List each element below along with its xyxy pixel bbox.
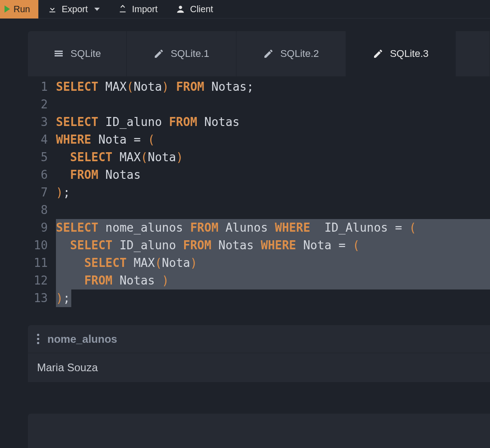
tab-sqlite-3[interactable]: SQLite.3 [346, 31, 456, 76]
tab-label: SQLite.1 [171, 48, 209, 60]
tab-sqlite[interactable]: SQLite [28, 31, 127, 76]
column-header[interactable]: nome_alunos [47, 333, 117, 345]
code-content: SELECT MAX(Nota) [56, 149, 183, 166]
top-toolbar: Run Export Import Client [0, 0, 490, 19]
code-content: ); [56, 184, 70, 201]
play-icon [5, 5, 10, 13]
code-line[interactable]: 8 [28, 201, 490, 219]
code-line[interactable]: 5 SELECT MAX(Nota) [28, 149, 490, 166]
line-number: 6 [28, 166, 56, 184]
main-area: SQLite SQLite.1 SQLite.2 SQLite.3 1SELEC… [0, 19, 490, 448]
line-number: 9 [28, 219, 56, 237]
client-icon [176, 4, 185, 14]
line-number: 3 [28, 113, 56, 131]
code-line[interactable]: 4WHERE Nota = ( [28, 131, 490, 149]
client-label: Client [190, 4, 213, 14]
line-number: 8 [28, 201, 56, 219]
code-content: SELECT ID_aluno FROM Notas [56, 113, 240, 131]
code-content: SELECT nome_alunos FROM Alunos WHERE ID_… [56, 219, 416, 237]
content-column: SQLite SQLite.1 SQLite.2 SQLite.3 1SELEC… [28, 31, 490, 448]
sql-editor[interactable]: 1SELECT MAX(Nota) FROM Notas;23SELECT ID… [28, 76, 490, 307]
import-label: Import [132, 4, 158, 14]
tab-sqlite-2[interactable]: SQLite.2 [236, 31, 346, 76]
run-button[interactable]: Run [0, 0, 38, 19]
code-content: SELECT ID_aluno FROM Notas WHERE Nota = … [56, 237, 360, 254]
code-line[interactable]: 13); [28, 289, 490, 307]
line-number: 5 [28, 149, 56, 166]
import-button[interactable]: Import [109, 4, 167, 14]
result-table: nome_alunos Maria Souza [28, 325, 490, 382]
chevron-down-icon [94, 8, 100, 11]
result-header: nome_alunos [28, 325, 490, 353]
line-number: 11 [28, 254, 56, 272]
line-number: 4 [28, 131, 56, 149]
client-button[interactable]: Client [166, 4, 222, 14]
code-line[interactable]: 7); [28, 184, 490, 201]
line-number: 2 [28, 96, 56, 113]
code-content: FROM Notas ) [56, 272, 169, 289]
code-line[interactable]: 9SELECT nome_alunos FROM Alunos WHERE ID… [28, 219, 490, 237]
tab-label: SQLite [70, 48, 101, 60]
tab-overflow[interactable] [456, 31, 490, 76]
result-row[interactable]: Maria Souza [28, 353, 490, 382]
line-number: 7 [28, 184, 56, 201]
code-line[interactable]: 10 SELECT ID_aluno FROM Notas WHERE Nota… [28, 237, 490, 254]
code-content: SELECT MAX(Nota) FROM Notas; [56, 78, 254, 96]
code-line[interactable]: 11 SELECT MAX(Nota) [28, 254, 490, 272]
tab-sqlite-1[interactable]: SQLite.1 [127, 31, 236, 76]
tab-label: SQLite.2 [280, 48, 319, 60]
code-line[interactable]: 12 FROM Notas ) [28, 272, 490, 289]
code-line[interactable]: 3SELECT ID_aluno FROM Notas [28, 113, 490, 131]
code-content: ); [56, 289, 70, 307]
code-content: SELECT MAX(Nota) [56, 254, 197, 272]
line-number: 10 [28, 237, 56, 254]
code-line[interactable]: 1SELECT MAX(Nota) FROM Notas; [28, 78, 490, 96]
run-label: Run [14, 4, 30, 14]
lower-panel [28, 414, 490, 448]
line-number: 12 [28, 272, 56, 289]
line-number: 13 [28, 289, 56, 307]
code-line[interactable]: 6 FROM Notas [28, 166, 490, 184]
edit-icon [373, 48, 384, 59]
tab-strip: SQLite SQLite.1 SQLite.2 SQLite.3 [28, 31, 490, 76]
download-icon [47, 4, 57, 14]
line-number: 1 [28, 78, 56, 96]
code-content: FROM Notas [56, 166, 141, 184]
upload-icon [118, 4, 128, 14]
kebab-icon[interactable] [37, 334, 39, 344]
edit-icon [153, 48, 164, 59]
cell-value: Maria Souza [37, 361, 98, 373]
database-icon [53, 48, 64, 59]
export-button[interactable]: Export [38, 4, 109, 14]
code-content: WHERE Nota = ( [56, 131, 155, 149]
export-label: Export [62, 4, 88, 14]
tab-label: SQLite.3 [390, 48, 429, 60]
code-line[interactable]: 2 [28, 96, 490, 113]
left-gutter [0, 31, 28, 448]
edit-icon [263, 48, 274, 59]
